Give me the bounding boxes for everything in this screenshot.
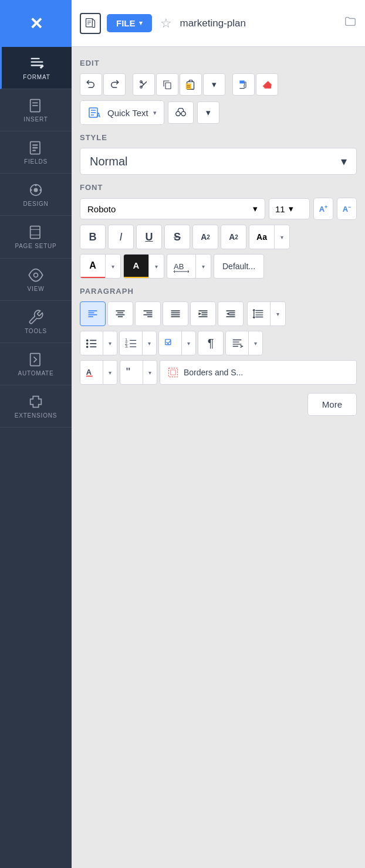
- text-format-row: B I U S A2 A2 Aa ▾: [80, 225, 357, 249]
- sidebar-item-tools[interactable]: TOOLS: [0, 301, 72, 343]
- bold-label: B: [89, 231, 97, 243]
- sidebar-label-insert: INSERT: [23, 116, 48, 123]
- format-icon: [29, 55, 45, 72]
- highlight-button[interactable]: A ▾: [123, 254, 164, 279]
- svg-rect-15: [31, 226, 40, 239]
- svg-point-71: [86, 343, 89, 345]
- svg-text:A: A: [86, 368, 92, 377]
- undo-button[interactable]: [80, 73, 102, 96]
- subscript-button[interactable]: A2: [221, 225, 246, 249]
- star-button[interactable]: ☆: [158, 16, 174, 31]
- sidebar-item-extensions[interactable]: EXTENSIONS: [0, 385, 72, 428]
- redo-icon: [109, 79, 120, 90]
- sidebar-label-design: DESIGN: [23, 201, 48, 207]
- font-family-select[interactable]: Roboto ▾: [80, 198, 265, 219]
- numbered-list-button[interactable]: 1. 2. 3. ▾: [119, 331, 157, 355]
- char-spacing-arrow: ▾: [195, 254, 211, 279]
- svg-text:3.: 3.: [125, 344, 129, 349]
- paint-format-button[interactable]: [232, 73, 255, 96]
- case-dropdown[interactable]: Aa ▾: [249, 225, 290, 249]
- quick-text-button[interactable]: A Quick Text ▾: [80, 100, 164, 125]
- numbered-list-icon: 1. 2. 3.: [120, 331, 142, 355]
- alignment-row: ▾: [80, 301, 357, 326]
- borders-button[interactable]: Borders and S...: [160, 360, 357, 385]
- bold-button[interactable]: B: [80, 225, 106, 249]
- undo-icon: [86, 79, 96, 90]
- sidebar-item-automate[interactable]: AUTOMATE: [0, 343, 72, 385]
- text-color-button[interactable]: A ▾: [80, 254, 121, 279]
- case-dropdown-arrow: ▾: [274, 225, 289, 249]
- superscript-button[interactable]: A2: [192, 225, 218, 249]
- indent-decrease-button[interactable]: [218, 301, 244, 326]
- strikethrough-button[interactable]: S: [164, 225, 190, 249]
- font-size-select[interactable]: 11 ▾: [269, 198, 310, 219]
- align-right-icon: [142, 308, 154, 320]
- underline-button[interactable]: U: [136, 225, 162, 249]
- character-spacing-button[interactable]: AB ▾: [167, 254, 211, 279]
- file-button[interactable]: FILE ▾: [107, 14, 152, 32]
- edit-toolbar-row: ▾: [80, 73, 357, 96]
- default-button[interactable]: Default...: [214, 254, 264, 279]
- page-setup-icon: [28, 224, 44, 240]
- font-decrease-button[interactable]: A−: [337, 198, 357, 220]
- paste-dropdown-button[interactable]: ▾: [203, 73, 225, 96]
- folder-icon: [344, 15, 357, 31]
- color-row: A ▾ A ▾ AB ▾ Default...: [80, 254, 357, 279]
- file-label: FILE: [116, 18, 136, 28]
- borders-icon: [167, 367, 179, 378]
- quote-button[interactable]: " ▾: [120, 360, 157, 385]
- quote-icon: ": [120, 360, 143, 385]
- italic-button[interactable]: I: [108, 225, 134, 249]
- font-name-arrow: ▾: [253, 204, 258, 214]
- checklist-button[interactable]: ▾: [158, 331, 196, 355]
- paste-button[interactable]: [180, 73, 202, 96]
- close-button[interactable]: ✕: [0, 0, 72, 47]
- sidebar-item-fields[interactable]: FIELDS: [0, 131, 72, 174]
- line-spacing-arrow: ▾: [270, 301, 285, 326]
- sidebar-item-format[interactable]: FORMAT: [0, 47, 72, 89]
- edit-section-title: EDIT: [80, 59, 357, 67]
- bullet-list-button[interactable]: ▾: [80, 331, 117, 355]
- svg-text:AB: AB: [174, 262, 184, 271]
- automate-icon: [28, 351, 44, 368]
- sidebar-item-page-setup[interactable]: PAGE SETUP: [0, 216, 72, 259]
- line-spacing-icon: [248, 301, 270, 326]
- document-icon: [80, 13, 101, 34]
- document-title: marketing-plan: [180, 18, 339, 29]
- sidebar-item-view[interactable]: VIEW: [0, 259, 72, 301]
- find-dropdown-button[interactable]: ▾: [197, 101, 219, 124]
- copy-button[interactable]: [156, 73, 178, 96]
- highlight-icon: A: [124, 254, 148, 279]
- font-increase-button[interactable]: A+: [313, 198, 333, 220]
- redo-button[interactable]: [103, 73, 126, 96]
- indent-increase-button[interactable]: [190, 301, 216, 326]
- align-justify-button[interactable]: [163, 301, 188, 326]
- para-spacing-button[interactable]: A ▾: [80, 360, 117, 385]
- sidebar-label-view: VIEW: [28, 286, 45, 292]
- binoculars-icon: [174, 106, 187, 119]
- align-center-button[interactable]: [107, 301, 133, 326]
- numbered-list-arrow: ▾: [142, 331, 156, 355]
- align-right-button[interactable]: [135, 301, 161, 326]
- checklist-icon: [159, 331, 181, 355]
- align-left-icon: [87, 308, 99, 320]
- sidebar-item-insert[interactable]: INSERT: [0, 89, 72, 131]
- checklist-arrow: ▾: [181, 331, 195, 355]
- clear-format-button[interactable]: [256, 73, 278, 96]
- svg-text:": ": [126, 366, 130, 378]
- para-spacing-icon: A: [80, 360, 103, 385]
- italic-label: I: [119, 231, 122, 243]
- pilcrow-button[interactable]: ¶: [198, 331, 224, 355]
- format-panel: EDIT: [72, 47, 365, 425]
- line-spacing-button[interactable]: ▾: [247, 301, 286, 326]
- style-dropdown[interactable]: Normal ▾: [80, 148, 357, 175]
- svg-point-12: [35, 184, 37, 187]
- sidebar-item-design[interactable]: DESIGN: [0, 174, 72, 216]
- rtl-button[interactable]: ▾: [225, 331, 263, 355]
- more-button[interactable]: More: [307, 393, 357, 416]
- find-button[interactable]: [168, 101, 194, 124]
- cut-button[interactable]: [133, 73, 155, 96]
- rtl-arrow: ▾: [248, 331, 262, 355]
- align-left-button[interactable]: [80, 301, 106, 326]
- sidebar-label-page-setup: PAGE SETUP: [15, 243, 56, 250]
